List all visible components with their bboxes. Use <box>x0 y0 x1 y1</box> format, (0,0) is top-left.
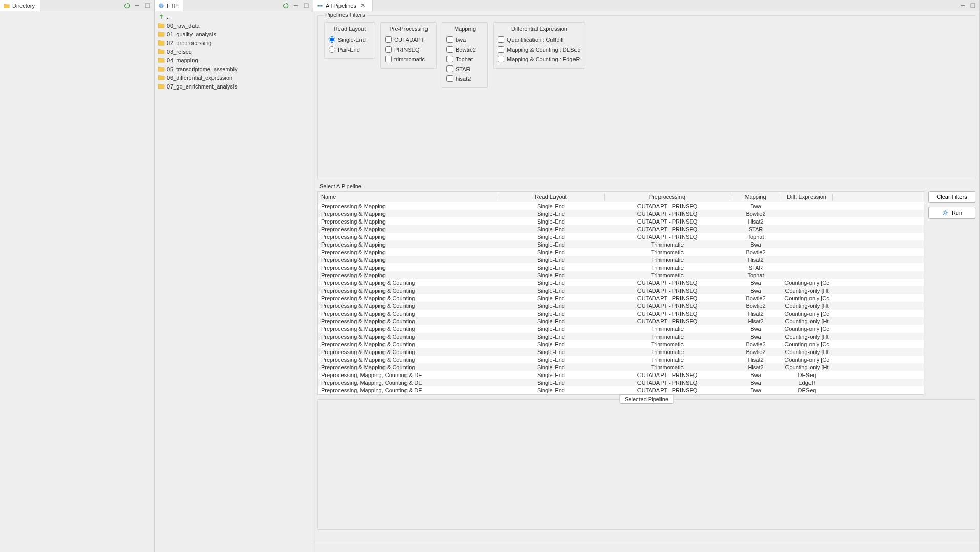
tree-label: 00_raw_data <box>167 23 200 29</box>
table-row[interactable]: Preprocessing & Mapping & CountingSingle… <box>318 340 924 348</box>
maximize-icon[interactable] <box>303 2 310 9</box>
pipeline-icon <box>316 2 324 9</box>
table-row[interactable]: Preprocessing & Mapping & CountingSingle… <box>318 356 924 363</box>
checkbox-de-mapping-counting-edger[interactable]: Mapping & Counting : EdgeR <box>498 54 581 64</box>
tree-folder[interactable]: 01_quality_analysis <box>157 30 311 38</box>
cell-mapping: Hisat2 <box>730 257 781 263</box>
cell-name: Preprocessing & Mapping & Counting <box>318 349 497 355</box>
checkbox-pp-prinseq[interactable]: PRINSEQ <box>385 45 432 54</box>
pipeline-table[interactable]: Name Read Layout Preprocessing Mapping D… <box>317 191 924 395</box>
col-read-layout[interactable]: Read Layout <box>497 194 605 200</box>
table-row[interactable]: Preprocessing & Mapping & CountingSingle… <box>318 363 924 371</box>
svg-line-15 <box>943 211 944 211</box>
cell-read-layout: Single-End <box>497 288 605 294</box>
checkbox-de-quantification-cuffdiff[interactable]: Quantification : Cuffdiff <box>498 35 581 45</box>
table-row[interactable]: Preprocessing & MappingSingle-EndTrimmom… <box>318 271 924 279</box>
refresh-icon[interactable] <box>282 2 289 9</box>
svg-rect-4 <box>304 4 308 8</box>
tree-label: 04_mapping <box>167 57 198 63</box>
table-row[interactable]: Preprocessing & MappingSingle-EndTrimmom… <box>318 248 924 256</box>
table-row[interactable]: Preprocessing & Mapping & CountingSingle… <box>318 286 924 294</box>
cell-diff-expression: Counting-only [Ht <box>781 364 833 370</box>
fgroup-title: Mapping <box>446 26 483 32</box>
table-row[interactable]: Preprocessing & Mapping & CountingSingle… <box>318 279 924 286</box>
checkbox-map-hisat2[interactable]: hisat2 <box>446 74 483 83</box>
tree-folder[interactable]: 07_go_enrichment_analysis <box>157 82 311 91</box>
table-row[interactable]: Preprocessing & MappingSingle-EndTrimmom… <box>318 263 924 271</box>
cell-name: Preprocessing & Mapping <box>318 234 497 240</box>
table-row[interactable]: Preprocessing & Mapping & CountingSingle… <box>318 310 924 317</box>
table-row[interactable]: Preprocessing & MappingSingle-EndCUTADAP… <box>318 217 924 225</box>
table-row[interactable]: Preprocessing & Mapping & CountingSingle… <box>318 317 924 325</box>
cell-mapping: Bowtie2 <box>730 295 781 301</box>
minimize-icon[interactable] <box>292 2 300 9</box>
svg-line-18 <box>947 211 947 211</box>
table-row[interactable]: Preprocessing & MappingSingle-EndCUTADAP… <box>318 210 924 217</box>
table-row[interactable]: Preprocessing & Mapping & CountingSingle… <box>318 325 924 333</box>
gear-icon <box>942 209 949 216</box>
clear-filters-button[interactable]: Clear Filters <box>928 191 975 203</box>
cell-mapping: Bwa <box>730 372 781 378</box>
table-row[interactable]: Preprocessing, Mapping, Counting & DESin… <box>318 371 924 379</box>
checkbox-pp-cutadapt[interactable]: CUTADAPT <box>385 35 432 45</box>
tree-folder[interactable]: 02_preprocessing <box>157 38 311 47</box>
table-row[interactable]: Preprocessing & Mapping & CountingSingle… <box>318 333 924 340</box>
table-row[interactable]: Preprocessing, Mapping, Counting & DESin… <box>318 386 924 394</box>
maximize-icon[interactable] <box>144 2 151 9</box>
col-preprocessing[interactable]: Preprocessing <box>605 194 730 200</box>
cell-name: Preprocessing & Mapping <box>318 257 497 263</box>
table-row[interactable]: Preprocessing, Mapping, Counting & DESin… <box>318 379 924 386</box>
tab-ftp[interactable]: FTP <box>155 0 183 11</box>
cell-diff-expression: Counting-only [Ht <box>781 303 833 309</box>
table-row[interactable]: Preprocessing & Mapping & CountingSingle… <box>318 294 924 302</box>
table-row[interactable]: Preprocessing & MappingSingle-EndTrimmom… <box>318 240 924 248</box>
tree-folder[interactable]: 06_differential_expression <box>157 73 311 82</box>
minimize-icon[interactable] <box>134 2 141 9</box>
cell-preprocessing: CUTADAPT - PRINSEQ <box>605 288 730 294</box>
col-diff-expression[interactable]: Diff. Expression <box>781 194 833 200</box>
table-row[interactable]: Preprocessing & MappingSingle-EndTrimmom… <box>318 256 924 263</box>
checkbox-pp-trimmomatic[interactable]: trimmomatic <box>385 54 432 64</box>
checkbox-map-star[interactable]: STAR <box>446 64 483 74</box>
close-icon[interactable]: ✕ <box>358 2 367 9</box>
svg-rect-0 <box>135 5 139 6</box>
cell-read-layout: Single-End <box>497 387 605 393</box>
col-mapping[interactable]: Mapping <box>730 194 781 200</box>
radio-single-end[interactable]: Single-End <box>329 35 371 45</box>
maximize-icon[interactable] <box>969 2 976 9</box>
cell-mapping: Bwa <box>730 380 781 386</box>
checkbox-map-tophat[interactable]: Tophat <box>446 54 483 64</box>
table-row[interactable]: Preprocessing & MappingSingle-EndCUTADAP… <box>318 233 924 240</box>
cell-preprocessing: CUTADAPT - PRINSEQ <box>605 226 730 232</box>
tree-folder[interactable]: 03_refseq <box>157 47 311 56</box>
cell-preprocessing: CUTADAPT - PRINSEQ <box>605 211 730 217</box>
minimize-icon[interactable] <box>959 2 966 9</box>
tree-up[interactable]: .. <box>157 12 311 21</box>
cell-preprocessing: CUTADAPT - PRINSEQ <box>605 380 730 386</box>
folder-icon <box>158 57 165 64</box>
col-name[interactable]: Name <box>318 194 497 200</box>
refresh-icon[interactable] <box>123 2 131 9</box>
checkbox-map-bwa[interactable]: bwa <box>446 35 483 45</box>
checkbox-map-bowtie2[interactable]: Bowtie2 <box>446 45 483 54</box>
table-row[interactable]: Preprocessing & MappingSingle-EndCUTADAP… <box>318 202 924 210</box>
table-row[interactable]: Preprocessing & MappingSingle-EndCUTADAP… <box>318 225 924 233</box>
tab-all-pipelines[interactable]: All Pipelines ✕ <box>313 0 373 11</box>
radio-pair-end[interactable]: Pair-End <box>329 45 371 54</box>
filter-read-layout: Read Layout Single-End Pair-End <box>324 22 375 59</box>
tree-folder[interactable]: 00_raw_data <box>157 21 311 30</box>
cell-name: Preprocessing & Mapping <box>318 272 497 278</box>
run-button[interactable]: Run <box>928 207 975 219</box>
selected-pipeline-button[interactable]: Selected Pipeline <box>619 394 674 404</box>
cell-read-layout: Single-End <box>497 318 605 324</box>
checkbox-de-mapping-counting-deseq[interactable]: Mapping & Counting : DESeq <box>498 45 581 54</box>
table-row[interactable]: Preprocessing & Mapping & CountingSingle… <box>318 302 924 310</box>
cell-read-layout: Single-End <box>497 211 605 217</box>
cell-name: Preprocessing & Mapping <box>318 264 497 271</box>
table-row[interactable]: Preprocessing & Mapping & CountingSingle… <box>318 348 924 356</box>
tree-folder[interactable]: 05_transcriptome_assembly <box>157 64 311 73</box>
tree-folder[interactable]: 04_mapping <box>157 56 311 64</box>
up-arrow-icon <box>158 13 165 20</box>
cell-diff-expression: DESeq <box>781 372 833 378</box>
tab-directory[interactable]: Directory <box>0 0 40 11</box>
